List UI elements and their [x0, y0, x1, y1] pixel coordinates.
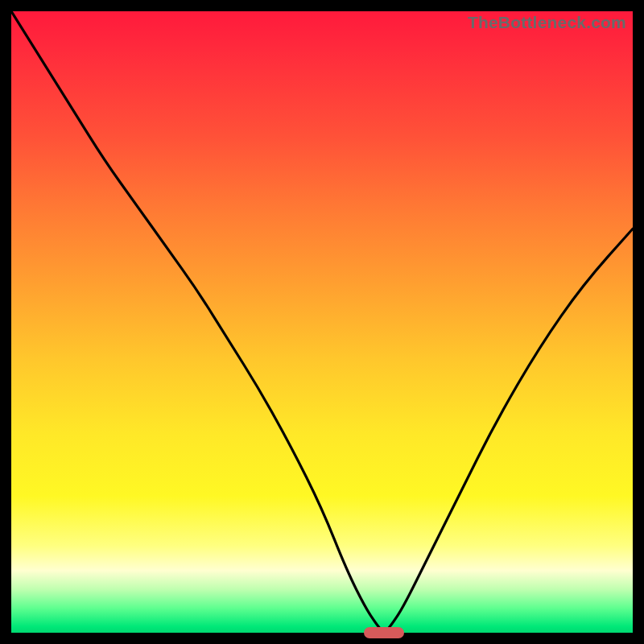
bottleneck-curve — [11, 11, 633, 633]
chart-frame: TheBottleneck.com — [0, 0, 644, 644]
curve-path — [11, 11, 633, 631]
optimal-point-marker — [364, 627, 404, 638]
watermark-text: TheBottleneck.com — [468, 13, 626, 32]
chart-plot-area: TheBottleneck.com — [11, 11, 633, 633]
